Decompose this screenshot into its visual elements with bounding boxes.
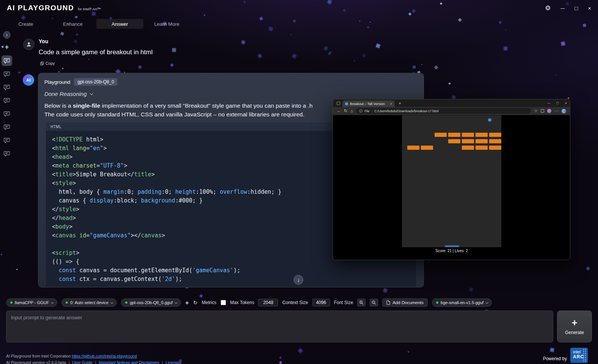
separator: | [162, 360, 163, 364]
brick [489, 146, 501, 150]
browser-close-button[interactable]: × [565, 101, 567, 105]
game-paddle [445, 245, 459, 247]
tab-favicon [345, 102, 348, 105]
scroll-down-button[interactable]: ↓ [294, 275, 303, 285]
browser-minimize-button[interactable]: ─ [548, 101, 550, 105]
browser-maximize-button[interactable]: □ [556, 101, 558, 105]
down-arrow-icon: ↓ [297, 277, 300, 283]
assistant-avatar: AI [23, 74, 34, 86]
settings-gear-icon[interactable]: ⚙ [545, 5, 551, 11]
plus-icon: + [5, 43, 9, 51]
minimize-button[interactable]: ─ [561, 5, 565, 11]
sidebar-expand-button[interactable]: › [3, 31, 11, 39]
home-button[interactable]: ⌂ [350, 109, 353, 113]
reasoning-status[interactable]: Done Reasoning [44, 91, 418, 97]
model-select-label: gpt-oss-20b-Q8_0.gguf [130, 300, 173, 305]
browser-titlebar: Breakout – Tall Version × + ─ □ × [333, 99, 570, 107]
chevron-right-icon: › [6, 32, 8, 38]
link-licenses[interactable]: Licenses [166, 360, 181, 364]
status-dot [66, 301, 68, 304]
link-user-guide[interactable]: User Guide [72, 360, 93, 364]
chat-bubble-icon [4, 71, 10, 77]
github-link[interactable]: https://github.com/intel/ai-playground [72, 354, 137, 358]
app-titlebar: AI PLAYGROUND for Intel® Arc™ ⚙ ─ □ × [0, 0, 598, 16]
nav-tab-learn-more[interactable]: Learn More [143, 19, 190, 29]
app-logo: AI PLAYGROUND [7, 4, 74, 12]
info-icon: i [359, 109, 363, 113]
bottom-panel: llamaCPP - GGUF 0: Auto select device gp… [0, 295, 598, 364]
code-line: const ctx = canvas.getContext('2d'); [52, 275, 416, 284]
brick [476, 139, 488, 143]
browser-tab[interactable]: Breakout – Tall Version × [342, 100, 395, 107]
chat-bubble-icon [4, 98, 10, 104]
back-button[interactable]: ← [337, 109, 341, 113]
nav-tab-create[interactable]: Create [2, 19, 49, 29]
embedding-select[interactable]: bge-small-en-v1.5-gguf [432, 298, 492, 307]
powered-by-label: Powered by [543, 356, 567, 361]
code-language-label: HTML [50, 125, 61, 129]
refresh-models-button[interactable]: ↻ [193, 300, 198, 305]
nav-tab-answer[interactable]: Answer [96, 19, 143, 29]
tab-close-button[interactable]: × [390, 102, 392, 106]
new-tab-button[interactable]: + [399, 101, 401, 106]
generate-label: Generate [565, 330, 584, 335]
add-model-button[interactable]: + [185, 300, 189, 306]
prompt-input[interactable] [6, 311, 553, 342]
sidebar-chat-item[interactable] [2, 82, 12, 93]
sidebar-chat-item[interactable] [2, 69, 12, 79]
generate-button[interactable]: + Generate [557, 311, 592, 342]
brick [462, 139, 474, 143]
intro-bold: single-file [73, 102, 100, 109]
url-path: C:/Users/bobdu/Downloads/breakout-17.htm… [374, 109, 439, 113]
sidebar-chat-item[interactable] [2, 55, 12, 66]
add-documents-button[interactable]: Add Documents [382, 298, 428, 307]
close-button[interactable]: × [588, 5, 591, 11]
user-message: Code a simple game of breakout in html [39, 49, 380, 56]
sidebar-chat-item[interactable] [2, 122, 12, 132]
chat-bubble-icon [4, 111, 10, 117]
sidebar-chat-item[interactable] [2, 95, 12, 106]
metrics-checkbox[interactable] [221, 300, 226, 305]
status-dot [436, 301, 438, 304]
collections-button[interactable] [541, 109, 544, 113]
refresh-button[interactable]: ↻ [344, 109, 347, 113]
brick [489, 139, 501, 143]
font-increase-button[interactable] [357, 299, 366, 306]
user-avatar [23, 39, 35, 50]
font-decrease-button[interactable] [370, 299, 378, 306]
chevron-down-icon [486, 301, 488, 304]
browser-window[interactable]: Breakout – Tall Version × + ─ □ × ← ↻ ⌂ … [333, 99, 570, 260]
profile-avatar[interactable] [547, 109, 551, 113]
link-notices[interactable]: Important Notices and Disclaimers [99, 360, 159, 364]
sidebar-chat-item[interactable] [2, 135, 12, 146]
sidebar-chat-item[interactable] [2, 108, 12, 119]
browser-content: Score: 21 | Lives: 2 [333, 115, 570, 260]
url-separator: | [372, 109, 372, 113]
more-options-button[interactable]: ⋯ [554, 109, 559, 113]
sidebar-chat-item[interactable] [2, 148, 12, 159]
chat-bubble-icon [4, 85, 10, 90]
backend-select-label: llamaCPP - GGUF [15, 300, 49, 305]
brick [462, 133, 474, 137]
tab-title: Breakout – Tall Version [350, 102, 388, 106]
chevron-down-icon [90, 92, 93, 95]
embedding-select-label: bge-small-en-v1.5-gguf [441, 300, 483, 305]
copy-button[interactable]: Copy [40, 61, 55, 66]
backend-select[interactable]: llamaCPP - GGUF [6, 298, 57, 307]
model-select[interactable]: gpt-oss-20b-Q8_0.gguf [121, 298, 181, 307]
maximize-button[interactable]: □ [574, 5, 578, 11]
game-canvas-area [402, 115, 501, 247]
copilot-icon[interactable] [562, 109, 566, 113]
chat-bubble-icon [4, 58, 10, 64]
max-tokens-input[interactable] [258, 299, 278, 306]
chat-history-list [2, 55, 12, 162]
context-size-input[interactable] [312, 299, 330, 306]
document-icon [386, 300, 390, 305]
new-chat-button[interactable]: + [5, 44, 9, 50]
nav-tab-enhance[interactable]: Enhance [49, 19, 96, 29]
address-url-field[interactable]: i File | C:/Users/bobdu/Downloads/breako… [356, 108, 531, 114]
favorites-star-button[interactable]: ☆ [534, 109, 538, 113]
brick [421, 146, 433, 150]
copy-label: Copy [46, 61, 55, 66]
device-select[interactable]: 0: Auto select device [61, 298, 117, 307]
